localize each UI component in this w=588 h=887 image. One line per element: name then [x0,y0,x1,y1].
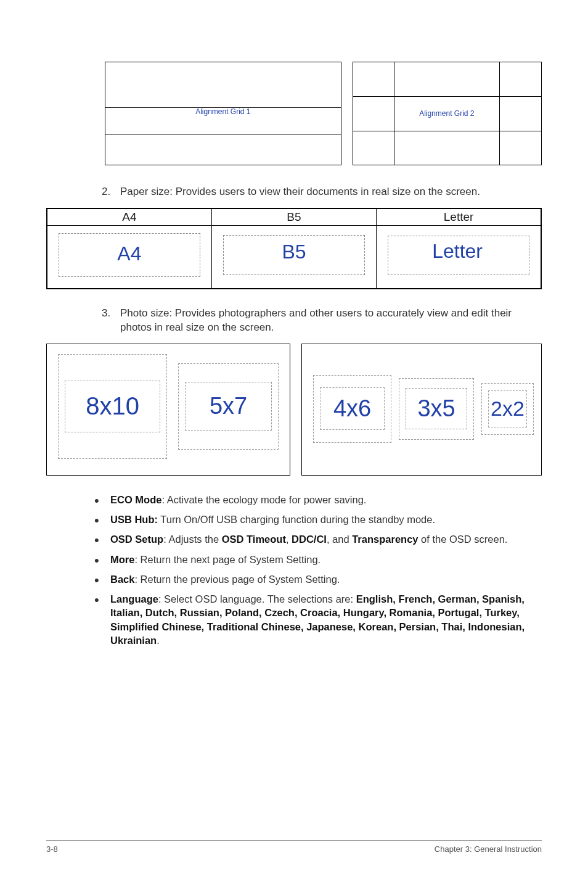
bullet-bold: USB Hub: [110,514,158,525]
bullet-text: , [286,534,292,545]
photo-inner: 2x2 [488,390,527,427]
paper-label-b5: B5 [282,241,306,263]
paper-cell-b5: B5 [211,225,376,289]
paper-label-letter: Letter [432,240,483,262]
bullet-bold: Language [110,593,158,604]
list-item-text: Photo size: Provides photographers and o… [120,307,536,335]
bullet-text: , and [327,534,352,545]
bullet-language: Language: Select OSD language. The selec… [89,592,536,647]
feature-bullet-list: ECO Mode: Activate the ecology mode for … [89,493,542,647]
photo-inner: 8x10 [65,381,160,432]
bullet-bold: Back [110,574,134,585]
photo-box-4x6: 4x6 [313,375,391,443]
photo-inner: 4x6 [320,387,385,430]
bullet-text: : Activate the ecology mode for power sa… [161,494,366,505]
bullet-bold: More [110,554,134,565]
bullet-bold: Transparency [352,534,418,545]
photo-box-8x10: 8x10 [58,354,167,459]
photo-size-figure: 8x10 5x7 4x6 3x5 2x2 [46,344,542,476]
paper-label-a4: A4 [117,242,141,265]
photo-box-5x7: 5x7 [178,363,279,450]
alignment-grid-figure: Alignment Grid 1 Alignment Grid 2 [105,62,542,165]
bullet-text: of the OSD screen. [419,534,508,545]
bullet-osd-setup: OSD Setup: Adjusts the OSD Timeout, DDC/… [89,532,536,546]
photo-box-3x5: 3x5 [399,378,474,440]
divider [223,134,341,134]
page-footer: 3-8 Chapter 3: General Instruction [46,840,542,854]
alignment-grid-2-panel: Alignment Grid 2 [353,62,542,165]
photo-label-8x10: 8x10 [86,392,139,420]
photo-inner: 5x7 [185,382,272,431]
paper-cell-a4: A4 [47,225,211,289]
bullet-text: : Return the next page of System Setting… [134,554,321,565]
bullet-bold: DDC/CI [292,534,327,545]
bullet-bold: OSD Timeout [222,534,286,545]
bullet-bold: OSD Setup [110,534,163,545]
photo-label-5x7: 5x7 [210,393,247,419]
list-item-3: 3. Photo size: Provides photographers an… [102,307,542,335]
photo-panel-left: 8x10 5x7 [46,344,290,476]
bullet-bold: ECO Mode [110,494,161,505]
paper-header-letter: Letter [377,208,541,226]
paper-box: A4 [59,233,200,277]
list-item-text: Paper size: Provides users to view their… [120,185,536,199]
bullet-text: Turn On/Off USB charging function during… [158,514,435,525]
alignment-grid-1-panel: Alignment Grid 1 [105,62,341,165]
list-item-number: 2. [102,185,120,199]
photo-panel-right: 4x6 3x5 2x2 [301,344,542,476]
photo-label-3x5: 3x5 [417,395,455,422]
bullet-text: : Select OSD language. The selections ar… [158,593,356,604]
photo-label-4x6: 4x6 [333,395,371,422]
photo-inner: 3x5 [406,388,467,429]
bullet-text: . [157,635,160,646]
alignment-grid-1-label: Alignment Grid 1 [195,107,250,116]
photo-label-2x2: 2x2 [491,397,525,421]
paper-header-b5: B5 [211,208,376,226]
paper-box: B5 [223,235,365,275]
alignment-grid-2-label: Alignment Grid 2 [419,109,474,118]
list-item-number: 3. [102,307,120,335]
paper-size-table: A4 B5 Letter A4 B5 Letter [46,208,542,289]
paper-cell-letter: Letter [377,225,541,289]
paper-box: Letter [388,236,529,274]
bullet-usb-hub: USB Hub: Turn On/Off USB charging functi… [89,513,536,526]
paper-header-a4: A4 [47,208,211,226]
chapter-title: Chapter 3: General Instruction [435,844,542,854]
bullet-text: : Return the previous page of System Set… [134,574,340,585]
page-number: 3-8 [46,844,58,854]
bullet-back: Back: Return the previous page of System… [89,572,536,586]
divider [105,134,223,134]
photo-box-2x2: 2x2 [481,383,534,435]
bullet-text: : Adjusts the [163,534,221,545]
bullet-eco-mode: ECO Mode: Activate the ecology mode for … [89,493,536,506]
bullet-more: More: Return the next page of System Set… [89,553,536,566]
list-item-2: 2. Paper size: Provides users to view th… [102,185,542,199]
